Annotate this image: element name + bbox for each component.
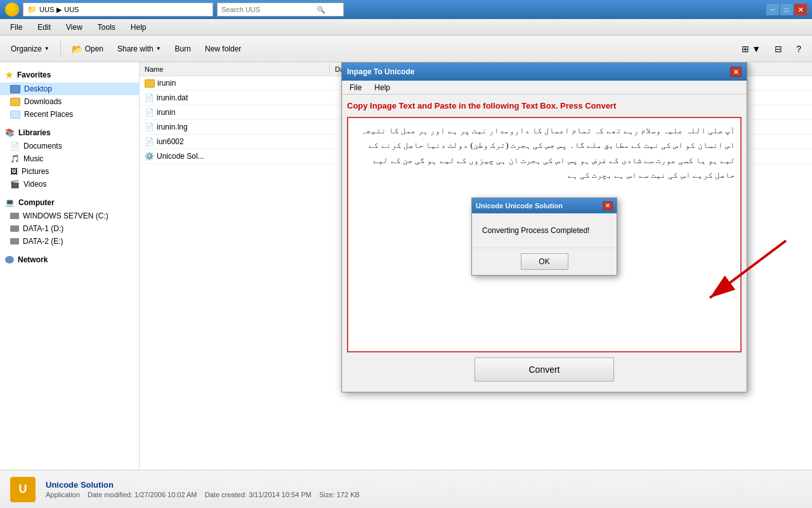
- search-icon: 🔍: [317, 6, 325, 14]
- title-bar-left: 📁 UUS ▶ UUS 🔍: [5, 3, 344, 17]
- dialog-message: Converting Process Completed!: [482, 226, 589, 235]
- menu-file[interactable]: File: [5, 22, 27, 33]
- e-drive-icon: [10, 238, 19, 244]
- col-name-header[interactable]: Name: [140, 64, 330, 74]
- app-close-button[interactable]: ✕: [730, 67, 742, 77]
- organize-arrow-icon: ▼: [44, 46, 49, 51]
- status-text: Unicode Solution Application Date modifi…: [46, 480, 360, 498]
- folder-open-icon: 📂: [72, 44, 82, 54]
- open-button[interactable]: 📂 Open: [66, 41, 109, 57]
- downloads-icon: [10, 98, 20, 106]
- computer-section: 💻 Computer WINDOWS SE7VEN (C:) DATA-1 (D…: [0, 196, 139, 248]
- dialog-title-bar: Unicode Unicode Solution ✕: [472, 198, 617, 213]
- share-arrow-icon: ▼: [156, 46, 161, 51]
- favorites-header[interactable]: ★ Favorites: [0, 67, 139, 83]
- dialog-close-button[interactable]: ✕: [603, 201, 613, 210]
- dialog-content: Converting Process Completed!: [472, 213, 617, 248]
- windows-orb[interactable]: [5, 3, 19, 17]
- preview-pane-button[interactable]: ⊟: [769, 41, 788, 57]
- file-icon: 📄: [145, 137, 154, 146]
- app-status-icon: U: [10, 477, 36, 502]
- sidebar-item-c-drive[interactable]: WINDOWS SE7VEN (C:): [0, 210, 139, 222]
- menu-tools[interactable]: Tools: [93, 22, 121, 33]
- burn-button[interactable]: Burn: [169, 41, 197, 57]
- status-app-name: Unicode Solution: [46, 480, 360, 490]
- dialog-footer: OK: [472, 248, 617, 275]
- libraries-section: 📚 Libraries 📄 Documents 🎵 Music 🖼 Pictur…: [0, 126, 139, 190]
- toolbar-separator: [60, 40, 61, 58]
- search-box[interactable]: 🔍: [217, 3, 344, 17]
- maximize-button[interactable]: □: [780, 4, 793, 15]
- c-drive-icon: [10, 213, 19, 219]
- sidebar-item-e-drive[interactable]: DATA-2 (E:): [0, 235, 139, 248]
- computer-header[interactable]: 💻 Computer: [0, 196, 139, 210]
- sidebar-item-pictures[interactable]: 🖼 Pictures: [0, 165, 139, 178]
- recent-icon: [10, 110, 20, 119]
- organize-button[interactable]: Organize ▼: [5, 41, 55, 57]
- status-bar: U Unicode Solution Application Date modi…: [0, 470, 812, 508]
- sidebar-item-d-drive[interactable]: DATA-1 (D:): [0, 222, 139, 235]
- menu-view[interactable]: View: [61, 22, 88, 33]
- search-input[interactable]: [221, 6, 317, 13]
- close-button[interactable]: ✕: [794, 4, 807, 15]
- star-icon: ★: [5, 70, 13, 80]
- library-icon: 📚: [5, 128, 15, 137]
- menu-help[interactable]: Help: [126, 22, 152, 33]
- dialog-box: Unicode Unicode Solution ✕ Converting Pr…: [471, 197, 617, 276]
- folder-icon: [145, 79, 155, 88]
- sidebar-item-recent[interactable]: Recent Places: [0, 108, 139, 121]
- file-area: Name Date modified Type Size irunin File…: [140, 62, 812, 470]
- folder-icon-small: 📁: [27, 5, 37, 14]
- breadcrumb-part2: UUS: [64, 6, 79, 13]
- status-details: Application Date modified: 1/27/2006 10:…: [46, 491, 360, 498]
- breadcrumb[interactable]: 📁 UUS ▶ UUS: [23, 3, 213, 17]
- file-icon: 📄: [145, 93, 154, 102]
- network-header[interactable]: Network: [0, 253, 139, 267]
- network-section: Network: [0, 253, 139, 267]
- d-drive-icon: [10, 225, 19, 232]
- videos-icon: 🎬: [10, 180, 20, 189]
- app-title: Inpage To Unicode: [347, 67, 414, 76]
- sidebar-item-documents[interactable]: 📄 Documents: [0, 140, 139, 152]
- view-options-button[interactable]: ⊞ ▼: [736, 41, 766, 57]
- dialog-ok-button[interactable]: OK: [521, 253, 568, 270]
- main-area: ★ Favorites Desktop Downloads Recent Pla…: [0, 62, 812, 470]
- documents-icon: 📄: [10, 142, 20, 150]
- window-controls: ─ □ ✕: [766, 4, 807, 15]
- menu-bar: File Edit View Tools Help: [0, 19, 812, 36]
- sidebar-item-desktop[interactable]: Desktop: [0, 83, 139, 95]
- app-title-bar: Inpage To Unicode ✕: [342, 63, 747, 81]
- network-icon: [5, 256, 14, 264]
- sidebar-item-music[interactable]: 🎵 Music: [0, 152, 139, 165]
- libraries-header[interactable]: 📚 Libraries: [0, 126, 139, 140]
- help-button[interactable]: ?: [790, 41, 807, 57]
- share-with-button[interactable]: Share with ▼: [112, 41, 167, 57]
- sidebar-item-videos[interactable]: 🎬 Videos: [0, 178, 139, 190]
- music-icon: 🎵: [10, 154, 20, 163]
- breadcrumb-part1: UUS: [39, 6, 54, 13]
- file-icon: ⚙️: [145, 152, 154, 161]
- os-title-bar: 📁 UUS ▶ UUS 🔍 ─ □ ✕: [0, 0, 812, 19]
- file-icon: 📄: [145, 108, 154, 117]
- new-folder-button[interactable]: New folder: [199, 41, 247, 57]
- favorites-section: ★ Favorites Desktop Downloads Recent Pla…: [0, 67, 139, 121]
- file-icon: 📄: [145, 123, 154, 131]
- menu-edit[interactable]: Edit: [32, 22, 56, 33]
- toolbar: Organize ▼ 📂 Open Share with ▼ Burn New …: [0, 36, 812, 62]
- dialog-title: Unicode Unicode Solution: [476, 202, 563, 210]
- dialog-overlay: Unicode Unicode Solution ✕ Converting Pr…: [342, 81, 747, 392]
- app-window: Inpage To Unicode ✕ File Help Copy Inpag…: [341, 62, 747, 392]
- computer-icon: 💻: [5, 198, 15, 207]
- sidebar: ★ Favorites Desktop Downloads Recent Pla…: [0, 62, 140, 470]
- pictures-icon: 🖼: [10, 167, 18, 176]
- minimize-button[interactable]: ─: [766, 4, 779, 15]
- sidebar-item-downloads[interactable]: Downloads: [0, 95, 139, 108]
- desktop-icon: [10, 85, 20, 93]
